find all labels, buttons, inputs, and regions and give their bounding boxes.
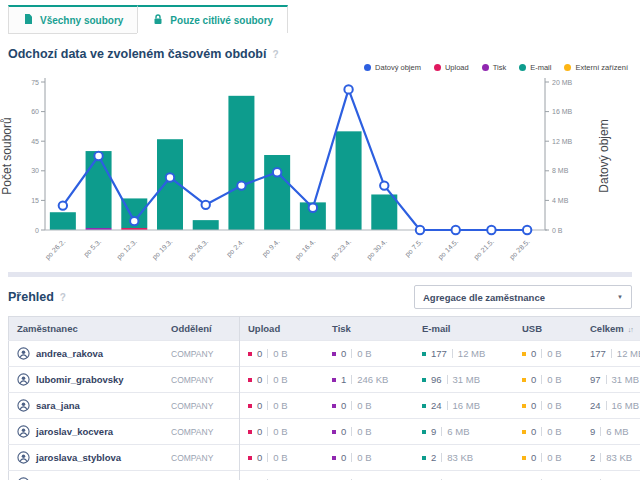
column-header-zam-stnanec[interactable]: Zaměstnanec: [9, 317, 164, 341]
line-point[interactable]: [452, 226, 460, 234]
x-axis-label: po 30.4.: [365, 238, 389, 262]
chart-help-icon[interactable]: ?: [272, 49, 278, 60]
print-count: 0: [341, 400, 346, 411]
upload-cell: 00 B: [240, 367, 325, 393]
bar-segment-e-mail[interactable]: [193, 220, 219, 230]
usb-cell: 00 B: [514, 419, 582, 445]
x-axis-label: po 28.5.: [508, 238, 532, 262]
email-cell: 2416 MB: [414, 393, 514, 419]
line-point[interactable]: [237, 181, 245, 189]
usb-dot-icon: [522, 404, 526, 408]
total-count: 177: [590, 348, 606, 359]
employee-link[interactable]: jaroslav_kocvera: [17, 425, 155, 438]
bar-segment-e-mail[interactable]: [50, 212, 76, 230]
x-axis-label: po 21.5.: [472, 238, 496, 262]
total-count: 2: [590, 452, 595, 463]
usb-dot-icon: [522, 430, 526, 434]
upload-cell: 00 B: [240, 341, 325, 367]
upload-cell: 00 B: [240, 419, 325, 445]
bar-segment-e-mail[interactable]: [371, 194, 397, 230]
overview-title-row: Přehled?: [8, 290, 66, 304]
column-header-label: Oddělení: [171, 323, 212, 334]
line-point[interactable]: [166, 173, 174, 181]
svg-text:15: 15: [31, 197, 39, 204]
bar-segment-e-mail[interactable]: [336, 131, 362, 230]
total-count: 97: [590, 374, 601, 385]
column-header-label: E-mail: [422, 323, 451, 334]
tab-all-files[interactable]: Všechny soubory: [8, 5, 137, 34]
bar-segment-e-mail[interactable]: [86, 151, 112, 228]
svg-text:0: 0: [35, 227, 39, 234]
line-point[interactable]: [130, 217, 138, 225]
total-cell: 9731 MB: [582, 367, 640, 393]
total-size: 12 MB: [617, 348, 640, 359]
line-point[interactable]: [344, 85, 352, 93]
sort-icon[interactable]: ↓↑: [628, 326, 633, 333]
print-size: 0 B: [357, 348, 371, 359]
user-icon: [17, 347, 30, 360]
bar-segment-e-mail[interactable]: [228, 96, 254, 230]
email-dot-icon: [422, 430, 426, 434]
total-cell: 96 MB: [582, 419, 640, 445]
column-header-tisk[interactable]: Tisk: [324, 317, 414, 341]
line-point[interactable]: [487, 226, 495, 234]
overview-help-icon[interactable]: ?: [60, 292, 66, 303]
print-count: 0: [341, 426, 346, 437]
column-header-e-mail[interactable]: E-mail: [414, 317, 514, 341]
column-header-odd-len-[interactable]: Oddělení: [163, 317, 240, 341]
legend-label: Tisk: [493, 63, 506, 72]
usb-size: 0 B: [547, 348, 561, 359]
line-point[interactable]: [416, 226, 424, 234]
table-row: sara_janaCOMPANY00 B00 B2416 MB00 B2416 …: [9, 393, 640, 419]
legend-dot-icon: [482, 64, 489, 71]
usb-size: 0 B: [547, 452, 561, 463]
value-separator: [452, 349, 453, 358]
usb-count: 0: [531, 452, 536, 463]
employee-name: jaroslav_kocvera: [36, 426, 113, 437]
legend-item[interactable]: Tisk: [482, 63, 506, 72]
value-separator: [351, 375, 352, 384]
column-header-upload[interactable]: Upload: [240, 317, 325, 341]
value-separator: [541, 349, 542, 358]
upload-count: 0: [257, 452, 262, 463]
line-point[interactable]: [202, 201, 210, 209]
employee-link[interactable]: jaroslava_styblova: [17, 451, 155, 464]
overview-title: Přehled: [8, 290, 54, 304]
upload-size: 0 B: [273, 348, 287, 359]
column-header-celkem[interactable]: Celkem↓↑: [582, 317, 640, 341]
value-separator: [541, 401, 542, 410]
table-row: jaroslav_kocveraCOMPANY00 B00 B96 MB00 B…: [9, 419, 640, 445]
line-point[interactable]: [94, 152, 102, 160]
bar-segment-e-mail[interactable]: [264, 155, 290, 230]
usb-size: 0 B: [547, 400, 561, 411]
line-point[interactable]: [523, 226, 531, 234]
print-cell: 00 B: [324, 393, 414, 419]
legend-label: Datový objem: [375, 63, 421, 72]
aggregation-dropdown[interactable]: Agregace dle zaměstnance ▼: [414, 285, 632, 309]
legend-item[interactable]: Externí zařízení: [564, 63, 628, 72]
print-size: 0 B: [357, 452, 371, 463]
upload-dot-icon: [248, 430, 252, 434]
legend-item[interactable]: E-mail: [519, 63, 551, 72]
tab-sensitive-files[interactable]: Pouze citlivé soubory: [137, 5, 288, 33]
column-header-usb[interactable]: USB: [514, 317, 582, 341]
upload-dot-icon: [248, 456, 252, 460]
chart-title-row: Odchozí data ve zvoleném časovém období?: [8, 47, 632, 61]
legend-item[interactable]: Datový objem: [364, 63, 421, 72]
legend-label: E-mail: [530, 63, 551, 72]
line-point[interactable]: [309, 204, 317, 212]
value-separator: [606, 375, 607, 384]
total-count: 24: [590, 400, 601, 411]
legend-item[interactable]: Upload: [434, 63, 469, 72]
line-point[interactable]: [273, 168, 281, 176]
employee-link[interactable]: sara_jana: [17, 399, 155, 412]
email-size: 16 MB: [453, 400, 480, 411]
print-cell: 1246 KB: [324, 367, 414, 393]
usb-cell: 00 B: [514, 367, 582, 393]
line-point[interactable]: [59, 201, 67, 209]
line-point[interactable]: [380, 181, 388, 189]
svg-text:30: 30: [31, 167, 39, 174]
total-count: 9: [590, 426, 595, 437]
employee-link[interactable]: lubomir_grabovsky: [17, 373, 155, 386]
employee-link[interactable]: andrea_rakova: [17, 347, 155, 360]
